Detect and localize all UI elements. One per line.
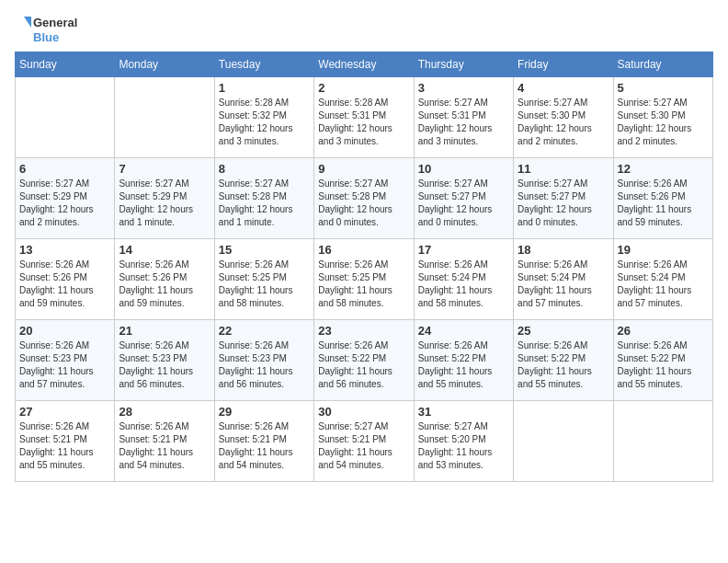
- day-number: 13: [19, 243, 110, 257]
- day-number: 28: [119, 405, 210, 419]
- day-info: Sunrise: 5:26 AM Sunset: 5:24 PM Dayligh…: [618, 259, 709, 310]
- day-info: Sunrise: 5:26 AM Sunset: 5:22 PM Dayligh…: [518, 339, 609, 391]
- day-number: 7: [119, 162, 210, 176]
- day-info: Sunrise: 5:26 AM Sunset: 5:22 PM Dayligh…: [318, 339, 409, 391]
- weekday-header: Sunday: [16, 52, 115, 77]
- calendar-cell: 1Sunrise: 5:28 AM Sunset: 5:32 PM Daylig…: [214, 77, 313, 158]
- calendar-cell: 31Sunrise: 5:27 AM Sunset: 5:20 PM Dayli…: [414, 401, 513, 482]
- day-info: Sunrise: 5:28 AM Sunset: 5:32 PM Dayligh…: [219, 97, 310, 148]
- calendar-cell: 17Sunrise: 5:26 AM Sunset: 5:24 PM Dayli…: [414, 239, 513, 320]
- day-info: Sunrise: 5:26 AM Sunset: 5:24 PM Dayligh…: [418, 259, 509, 310]
- day-number: 11: [518, 162, 609, 176]
- calendar-cell: 20Sunrise: 5:26 AM Sunset: 5:23 PM Dayli…: [16, 320, 115, 401]
- weekday-header: Saturday: [613, 52, 712, 77]
- day-info: Sunrise: 5:27 AM Sunset: 5:27 PM Dayligh…: [518, 178, 609, 229]
- day-number: 12: [618, 162, 709, 176]
- day-info: Sunrise: 5:27 AM Sunset: 5:28 PM Dayligh…: [318, 178, 409, 229]
- day-info: Sunrise: 5:26 AM Sunset: 5:23 PM Dayligh…: [19, 339, 110, 391]
- day-number: 23: [318, 324, 409, 338]
- day-info: Sunrise: 5:26 AM Sunset: 5:21 PM Dayligh…: [19, 420, 110, 472]
- day-info: Sunrise: 5:26 AM Sunset: 5:26 PM Dayligh…: [19, 259, 110, 310]
- day-number: 8: [219, 162, 310, 176]
- weekday-header: Tuesday: [214, 52, 313, 77]
- day-number: 9: [318, 162, 409, 176]
- logo-general: General: [33, 17, 77, 29]
- day-number: 15: [219, 243, 310, 257]
- svg-marker-0: [24, 17, 31, 28]
- day-info: Sunrise: 5:27 AM Sunset: 5:27 PM Dayligh…: [418, 178, 509, 229]
- week-row: 13Sunrise: 5:26 AM Sunset: 5:26 PM Dayli…: [16, 239, 713, 320]
- day-number: 18: [518, 243, 609, 257]
- calendar-cell: 8Sunrise: 5:27 AM Sunset: 5:28 PM Daylig…: [214, 158, 313, 239]
- day-number: 14: [119, 243, 210, 257]
- day-info: Sunrise: 5:27 AM Sunset: 5:31 PM Dayligh…: [418, 97, 509, 148]
- week-row: 27Sunrise: 5:26 AM Sunset: 5:21 PM Dayli…: [16, 401, 713, 482]
- calendar-cell: 27Sunrise: 5:26 AM Sunset: 5:21 PM Dayli…: [16, 401, 115, 482]
- weekday-header-row: SundayMondayTuesdayWednesdayThursdayFrid…: [16, 52, 713, 77]
- week-row: 20Sunrise: 5:26 AM Sunset: 5:23 PM Dayli…: [16, 320, 713, 401]
- calendar-cell: 4Sunrise: 5:27 AM Sunset: 5:30 PM Daylig…: [514, 77, 613, 158]
- day-number: 29: [219, 405, 310, 419]
- calendar-cell: [115, 77, 214, 158]
- day-number: 16: [318, 243, 409, 257]
- page-header: General Blue: [15, 15, 713, 44]
- calendar-cell: 11Sunrise: 5:27 AM Sunset: 5:27 PM Dayli…: [514, 158, 613, 239]
- calendar-cell: 24Sunrise: 5:26 AM Sunset: 5:22 PM Dayli…: [414, 320, 513, 401]
- day-number: 19: [618, 243, 709, 257]
- calendar-cell: 29Sunrise: 5:26 AM Sunset: 5:21 PM Dayli…: [214, 401, 313, 482]
- logo-blue: Blue: [33, 31, 77, 44]
- week-row: 6Sunrise: 5:27 AM Sunset: 5:29 PM Daylig…: [16, 158, 713, 239]
- day-number: 5: [618, 81, 709, 95]
- calendar-cell: 26Sunrise: 5:26 AM Sunset: 5:22 PM Dayli…: [613, 320, 712, 401]
- calendar-cell: 7Sunrise: 5:27 AM Sunset: 5:29 PM Daylig…: [115, 158, 214, 239]
- calendar-cell: 6Sunrise: 5:27 AM Sunset: 5:29 PM Daylig…: [16, 158, 115, 239]
- calendar-cell: 23Sunrise: 5:26 AM Sunset: 5:22 PM Dayli…: [314, 320, 414, 401]
- calendar-cell: 28Sunrise: 5:26 AM Sunset: 5:21 PM Dayli…: [115, 401, 214, 482]
- day-number: 4: [518, 81, 609, 95]
- day-info: Sunrise: 5:26 AM Sunset: 5:26 PM Dayligh…: [119, 259, 210, 310]
- day-info: Sunrise: 5:27 AM Sunset: 5:21 PM Dayligh…: [318, 420, 409, 472]
- calendar-cell: 2Sunrise: 5:28 AM Sunset: 5:31 PM Daylig…: [314, 77, 414, 158]
- calendar-cell: 12Sunrise: 5:26 AM Sunset: 5:26 PM Dayli…: [613, 158, 712, 239]
- calendar-cell: 14Sunrise: 5:26 AM Sunset: 5:26 PM Dayli…: [115, 239, 214, 320]
- day-number: 24: [418, 324, 509, 338]
- day-number: 2: [318, 81, 409, 95]
- day-info: Sunrise: 5:27 AM Sunset: 5:30 PM Dayligh…: [518, 97, 609, 148]
- calendar-cell: 22Sunrise: 5:26 AM Sunset: 5:23 PM Dayli…: [214, 320, 313, 401]
- day-info: Sunrise: 5:26 AM Sunset: 5:25 PM Dayligh…: [219, 259, 310, 310]
- logo-svg: General Blue: [15, 15, 77, 44]
- calendar-cell: 19Sunrise: 5:26 AM Sunset: 5:24 PM Dayli…: [613, 239, 712, 320]
- day-info: Sunrise: 5:26 AM Sunset: 5:23 PM Dayligh…: [119, 339, 210, 391]
- calendar-cell: 13Sunrise: 5:26 AM Sunset: 5:26 PM Dayli…: [16, 239, 115, 320]
- calendar-cell: 10Sunrise: 5:27 AM Sunset: 5:27 PM Dayli…: [414, 158, 513, 239]
- day-number: 27: [19, 405, 110, 419]
- day-number: 30: [318, 405, 409, 419]
- calendar-cell: [514, 401, 613, 482]
- calendar-cell: 9Sunrise: 5:27 AM Sunset: 5:28 PM Daylig…: [314, 158, 414, 239]
- calendar-cell: 25Sunrise: 5:26 AM Sunset: 5:22 PM Dayli…: [514, 320, 613, 401]
- calendar-cell: 30Sunrise: 5:27 AM Sunset: 5:21 PM Dayli…: [314, 401, 414, 482]
- day-number: 21: [119, 324, 210, 338]
- day-number: 10: [418, 162, 509, 176]
- day-number: 25: [518, 324, 609, 338]
- calendar-cell: 3Sunrise: 5:27 AM Sunset: 5:31 PM Daylig…: [414, 77, 513, 158]
- day-info: Sunrise: 5:27 AM Sunset: 5:20 PM Dayligh…: [418, 420, 509, 472]
- weekday-header: Thursday: [414, 52, 513, 77]
- day-info: Sunrise: 5:28 AM Sunset: 5:31 PM Dayligh…: [318, 97, 409, 148]
- logo-icon: [15, 15, 31, 31]
- day-info: Sunrise: 5:26 AM Sunset: 5:25 PM Dayligh…: [318, 259, 409, 310]
- week-row: 1Sunrise: 5:28 AM Sunset: 5:32 PM Daylig…: [16, 77, 713, 158]
- day-info: Sunrise: 5:26 AM Sunset: 5:24 PM Dayligh…: [518, 259, 609, 310]
- calendar-cell: [613, 401, 712, 482]
- calendar-cell: 18Sunrise: 5:26 AM Sunset: 5:24 PM Dayli…: [514, 239, 613, 320]
- day-number: 3: [418, 81, 509, 95]
- weekday-header: Friday: [514, 52, 613, 77]
- day-number: 1: [219, 81, 310, 95]
- weekday-header: Monday: [115, 52, 214, 77]
- day-number: 17: [418, 243, 509, 257]
- day-number: 31: [418, 405, 509, 419]
- day-number: 20: [19, 324, 110, 338]
- day-info: Sunrise: 5:26 AM Sunset: 5:21 PM Dayligh…: [219, 420, 310, 472]
- day-info: Sunrise: 5:27 AM Sunset: 5:29 PM Dayligh…: [19, 178, 110, 229]
- weekday-header: Wednesday: [314, 52, 414, 77]
